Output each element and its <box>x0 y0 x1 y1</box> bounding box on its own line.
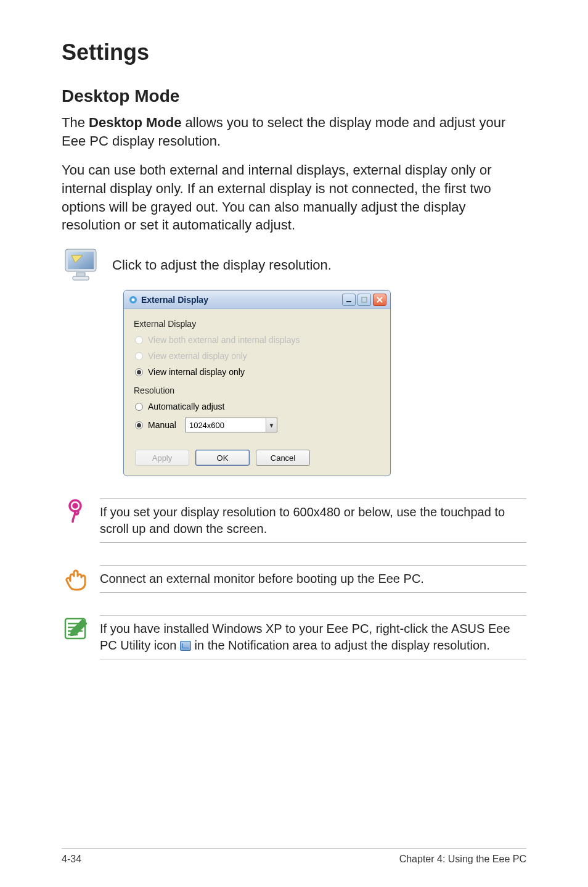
resolution-combo[interactable]: 1024x600 ▼ <box>185 418 277 432</box>
apply-button: Apply <box>135 450 189 466</box>
radio-view-both: View both external and internal displays <box>135 335 379 345</box>
svg-point-6 <box>132 298 135 301</box>
radio-auto-adjust-label: Automatically adjust <box>148 402 225 411</box>
radio-manual[interactable]: Manual 1024x600 ▼ <box>135 418 379 432</box>
ok-button[interactable]: OK <box>195 450 250 466</box>
radio-auto-adjust[interactable]: Automatically adjust <box>135 402 379 411</box>
section-title: Desktop Mode <box>62 86 526 106</box>
tip-text: If you set your display resolution to 60… <box>100 498 526 543</box>
radio-dot-icon <box>135 403 143 411</box>
footer-page-number: 4-34 <box>62 854 81 865</box>
radio-manual-label: Manual <box>148 420 176 430</box>
intro-pre: The <box>62 115 89 130</box>
resolution-combo-value: 1024x600 <box>186 421 266 430</box>
radio-view-internal-label: View internal display only <box>148 367 245 377</box>
external-display-window: External Display External Display View b… <box>123 290 391 476</box>
radio-view-internal[interactable]: View internal display only <box>135 367 379 377</box>
group-external-display-title: External Display <box>134 319 380 329</box>
window-app-icon <box>129 295 137 304</box>
svg-rect-4 <box>73 276 89 280</box>
cancel-button[interactable]: Cancel <box>256 450 310 466</box>
hand-icon <box>62 565 89 592</box>
tray-utility-icon <box>180 641 191 651</box>
svg-point-10 <box>73 504 77 508</box>
chevron-down-icon[interactable]: ▼ <box>266 418 277 432</box>
window-close-button[interactable] <box>373 294 386 306</box>
paragraph-2: You can use both external and internal d… <box>62 161 526 234</box>
svg-rect-1 <box>68 252 94 269</box>
note-icon <box>62 615 89 642</box>
footer-chapter: Chapter 4: Using the Eee PC <box>399 854 526 865</box>
svg-rect-7 <box>346 301 351 302</box>
window-titlebar[interactable]: External Display <box>124 291 390 309</box>
tip-icon <box>62 498 89 526</box>
note-text-b: in the Notification area to adjust the d… <box>191 638 490 652</box>
window-maximize-button <box>357 294 371 306</box>
radio-dot-icon <box>135 421 143 429</box>
caution-text: Connect an external monitor before booti… <box>100 565 526 593</box>
radio-view-external-label: View external display only <box>148 351 247 361</box>
radio-view-both-label: View both external and internal displays <box>148 335 300 345</box>
svg-rect-8 <box>362 297 367 302</box>
monitor-icon <box>62 245 101 285</box>
click-caption: Click to adjust the display resolution. <box>112 257 332 273</box>
window-minimize-button[interactable] <box>342 294 356 306</box>
note-text: If you have installed Windows XP to your… <box>100 615 526 659</box>
page-title: Settings <box>62 39 526 65</box>
window-title: External Display <box>141 295 342 305</box>
radio-dot-icon <box>135 368 143 376</box>
group-resolution-title: Resolution <box>134 386 380 395</box>
intro-paragraph: The Desktop Mode allows you to select th… <box>62 113 526 150</box>
radio-view-external: View external display only <box>135 351 379 361</box>
intro-bold: Desktop Mode <box>89 115 181 130</box>
svg-rect-3 <box>76 273 85 276</box>
